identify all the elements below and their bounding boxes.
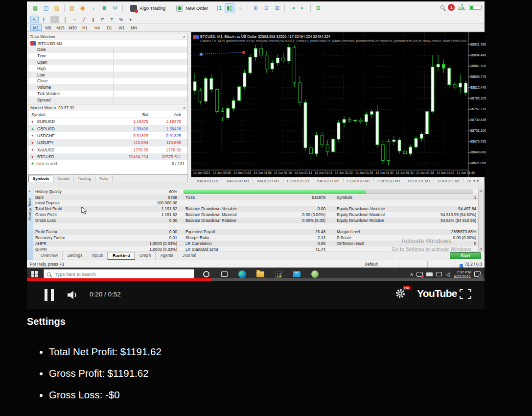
market-watch-row[interactable]: XAUUSD 1778.79 1778.92: [28, 147, 187, 153]
tester-tab[interactable]: Agents: [156, 252, 178, 260]
lock-icon[interactable]: ◉: [78, 3, 88, 13]
timeframe-button[interactable]: M1: [30, 24, 42, 31]
market-watch-icon[interactable]: ▥: [67, 3, 77, 13]
signals-icon[interactable]: Ψ: [110, 3, 120, 13]
time-axis-label: 14 Jun 01:10: [272, 171, 294, 174]
market-watch-tab[interactable]: Ticks: [95, 175, 113, 182]
close-icon[interactable]: ×: [183, 34, 185, 39]
tester-scrollbar[interactable]: ▲▼: [478, 189, 484, 251]
window-topright-icons: 1 ⇧LVL: [440, 4, 482, 11]
market-watch-tab[interactable]: Symbols: [28, 175, 53, 182]
close-icon[interactable]: ×: [183, 105, 185, 110]
cursor-icon[interactable]: ↖: [30, 16, 39, 23]
chart-window[interactable]: BTCUSD, M1: Bitcoin vs US Dollar 32508.9…: [191, 32, 485, 176]
caption-bullet: Gross Profit: $1191.62: [49, 367, 162, 379]
time-axis-label: 14 Jun 01:34: [394, 171, 416, 174]
crosshair-icon[interactable]: ┼: [40, 16, 48, 23]
data-window-symbol: BTCUSD,M1: [28, 40, 187, 47]
separator[interactable]: [122, 4, 123, 12]
screen-recorder-icon[interactable]: [416, 272, 423, 277]
market-watch-row[interactable]: USDJPY 110.694 110.695: [28, 139, 187, 146]
profile-selector[interactable]: Default: [365, 262, 378, 267]
tester-tab[interactable]: Settings: [63, 252, 87, 260]
separator[interactable]: [50, 16, 59, 23]
video-frame[interactable]: ▦◫▤▥◉♪≣Ψ Algo Trading New Order ∣1▮▯≈⊕⊖⊞…: [27, 0, 485, 281]
market-watch-row[interactable]: GBPUSD 1.39426 1.39426: [28, 125, 187, 132]
pause-button[interactable]: [45, 289, 55, 301]
market-watch-tab[interactable]: Details: [53, 175, 73, 182]
separator[interactable]: [310, 4, 311, 12]
price-axis-label: 38839.775: [470, 75, 486, 78]
action-center-icon[interactable]: 2: [474, 271, 481, 277]
servers-icon[interactable]: ≣: [99, 3, 109, 13]
toolbox-icon[interactable]: ▤: [52, 3, 62, 13]
timeframe-button[interactable]: M5: [43, 24, 54, 31]
separator[interactable]: [284, 4, 285, 12]
taskbar-search-box[interactable]: [44, 269, 194, 279]
profiles-icon[interactable]: ◫: [41, 3, 51, 13]
caption-bullet-list: Total Net Profit: $1191.62Gross Profit: …: [27, 346, 162, 401]
tester-tab[interactable]: Overview: [36, 252, 63, 260]
network-icon[interactable]: [436, 272, 442, 276]
timeframe-button[interactable]: M30: [67, 24, 78, 31]
tester-tab[interactable]: Graph: [135, 252, 156, 260]
tester-tab[interactable]: Backtest: [108, 252, 135, 260]
trendline-icon[interactable]: ╱: [80, 16, 88, 23]
dropdown-caret-icon[interactable]: ▾: [126, 16, 135, 23]
auto-scroll-icon[interactable]: ⇥: [287, 3, 297, 13]
market-watch-row[interactable]: EURUSD 1.19375 1.19375: [28, 118, 187, 125]
fullscreen-button[interactable]: [460, 289, 471, 299]
timeframe-button[interactable]: D1: [104, 24, 115, 31]
timeframe-button[interactable]: H1: [79, 24, 91, 31]
new-order-button[interactable]: New Order: [173, 3, 211, 14]
tray-clock[interactable]: 7:37 PM6/22/2021: [454, 270, 471, 279]
market-watch-add-row[interactable]: + click to add... 6 / 131: [28, 160, 187, 167]
search-icon[interactable]: [440, 5, 444, 9]
windows-start-button[interactable]: [31, 271, 38, 278]
new-chart-icon[interactable]: ▦: [30, 3, 40, 13]
market-watch-row[interactable]: USDCHF 0.91819 0.91825: [28, 132, 187, 139]
start-button[interactable]: Start: [450, 252, 481, 259]
data-window-row: Volume: [28, 84, 187, 91]
timeframe-button[interactable]: W1: [116, 24, 127, 31]
candlestick-chart-icon[interactable]: ▮▯: [225, 3, 234, 13]
level-icon[interactable]: ⇧LVL: [458, 4, 465, 10]
timeframe-button[interactable]: M15: [55, 24, 66, 31]
indicators-icon[interactable]: ⊞: [313, 3, 323, 13]
close-icon[interactable]: ×: [28, 190, 30, 193]
timeframe-button[interactable]: H4: [92, 24, 103, 31]
separator[interactable]: [248, 4, 248, 12]
search-input[interactable]: [54, 271, 176, 277]
notification-count-badge: 2: [478, 274, 483, 278]
horizontal-line-icon[interactable]: ─: [70, 16, 79, 23]
arrows-icon[interactable]: %: [117, 16, 125, 23]
zoom-in-icon[interactable]: ⊕: [251, 3, 260, 13]
data-window-row: Close: [28, 78, 187, 84]
battery-icon[interactable]: [426, 272, 433, 276]
tester-tab[interactable]: Journal: [178, 252, 201, 260]
sounds-icon[interactable]: ♪: [89, 3, 98, 13]
equidistant-channel-icon[interactable]: ∥: [89, 16, 97, 23]
chart-shift-icon[interactable]: ⇤: [298, 3, 308, 13]
tray-expand-icon[interactable]: ∧: [410, 272, 414, 277]
line-chart-icon[interactable]: ≈: [235, 3, 245, 13]
tester-tab[interactable]: Inputs: [87, 252, 108, 260]
fibonacci-icon[interactable]: F: [98, 16, 107, 23]
timeframe-button[interactable]: MN: [128, 24, 139, 31]
separator[interactable]: [64, 4, 65, 12]
data-window-panel: Data Window × BTCUSD,M1 Date Time Open H…: [28, 33, 188, 103]
youtube-logo[interactable]: YouTube: [417, 288, 457, 299]
strategy-tester-side-strip[interactable]: × Strategy Tester: [27, 189, 33, 260]
volume-icon[interactable]: ◁): [445, 272, 450, 277]
vertical-line-icon[interactable]: │: [61, 16, 69, 23]
tile-windows-icon[interactable]: ⊞: [272, 3, 282, 13]
text-icon[interactable]: T: [108, 16, 116, 23]
algo-trading-button[interactable]: Algo Trading: [127, 3, 169, 14]
volume-button[interactable]: [67, 291, 79, 301]
notification-badge-icon[interactable]: 1: [448, 4, 455, 11]
zoom-out-icon[interactable]: ⊖: [261, 3, 271, 13]
market-watch-tab[interactable]: Trading: [74, 175, 95, 182]
bar-chart-icon[interactable]: ∣1: [214, 3, 224, 13]
market-watch-row[interactable]: BTCUSD 32494.224 32575.511: [28, 153, 187, 160]
caption-bullet: Gross Loss: -$0: [49, 389, 162, 401]
